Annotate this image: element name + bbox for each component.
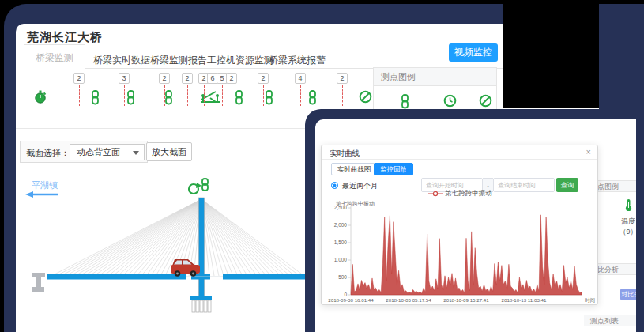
section-select-dropdown[interactable]: 动态背立面 (70, 144, 145, 160)
sensor-marker-line (222, 85, 223, 106)
svg-text:2018-09-30 16:01:44: 2018-09-30 16:01:44 (328, 297, 374, 303)
legend-marker-icon (428, 191, 443, 197)
bg-temperature-item[interactable]: 温度 （9） (619, 198, 636, 237)
link-icon[interactable] (307, 90, 318, 108)
enlarge-section-button[interactable]: 放大截面 (146, 142, 192, 161)
left-pier (32, 273, 45, 292)
bridge-schematic: 平湖镇 (16, 175, 308, 332)
clock-icon (443, 94, 457, 111)
sensor-count-badge: 2 (73, 73, 85, 84)
link-icon[interactable] (126, 90, 136, 108)
svg-text:1,000: 1,000 (334, 257, 348, 262)
close-icon[interactable]: × (586, 147, 591, 157)
chart-legend[interactable]: 第七跨跨中振动 (322, 189, 599, 198)
tab-realtime-curve[interactable]: 实时曲线图 (331, 163, 378, 175)
sensor-count-badge: 2 (337, 73, 348, 84)
chevron-down-icon (133, 151, 139, 155)
sensor-count-badge: 2 (159, 73, 170, 84)
sensor-marker-line (232, 85, 232, 106)
dialog-header: 实时曲线 × (322, 145, 597, 160)
svg-text:2,000: 2,000 (334, 222, 348, 228)
sensor-count-badge: 2 (226, 73, 237, 84)
tab-bridge-monitoring[interactable]: 桥梁监测 (24, 44, 85, 70)
ban-icon[interactable] (359, 90, 372, 107)
stopwatch-icon[interactable] (34, 90, 47, 108)
sensor-count-badge: 2 (182, 73, 193, 84)
section-select-label: 截面选择： (26, 147, 70, 159)
sensor-marker-line (124, 85, 125, 106)
link-icon[interactable] (234, 90, 244, 108)
svg-text:1,500: 1,500 (334, 240, 348, 245)
bridge-side-label: 平湖镇 (32, 180, 58, 190)
bridge-pylon (199, 198, 205, 297)
tab-monitor-playback[interactable]: 监控回放 (374, 163, 413, 175)
car (171, 259, 200, 277)
tab-system-alarm[interactable]: 桥梁系统报警 (261, 49, 333, 72)
link-icon[interactable] (164, 90, 174, 108)
page-title: 芜湖长江大桥 (27, 30, 103, 45)
sensor-marker-line (213, 85, 213, 106)
thermometer-icon (623, 198, 634, 212)
sensor-strip: 23222652242 (16, 73, 379, 111)
black-window (503, 0, 599, 108)
compare-analysis-button[interactable]: 对比分析 (620, 289, 636, 300)
point-legend-header: 测点图例 (373, 67, 497, 86)
temperature-label: 温度 (619, 217, 636, 227)
sensor-count-badge: 4 (295, 73, 306, 84)
temperature-count: （9） (619, 227, 636, 237)
overlay-window-frame: 测点图例 温度 （9） 对比分析 对比分析 测点列表 实时曲线 × 实时曲线图 (305, 109, 644, 332)
video-monitor-button[interactable]: 视频监控 (449, 43, 498, 62)
sensor-marker-line (204, 85, 205, 106)
svg-text:时间: 时间 (585, 297, 595, 304)
sensor-marker-line (342, 85, 343, 106)
section-select-value: 动态背立面 (77, 147, 120, 157)
legend-label: 第七跨跨中振动 (445, 189, 492, 197)
bg-point-list-header: 测点列表 (584, 315, 636, 326)
vibration-chart: 第七跨跨中振动05001,0001,5002,0002,5002018-09-3… (325, 199, 596, 304)
svg-text:2018-10-09 15:27:41: 2018-10-09 15:27:41 (443, 297, 489, 303)
left-arrow-icon (25, 191, 58, 198)
link-icon[interactable] (90, 90, 100, 108)
sensor-count-badge: 3 (119, 73, 130, 84)
screen: 芜湖长江大桥 桥梁监测 桥梁实时数据 桥梁监测报告 工控机资源监测 桥梁系统报警… (0, 0, 644, 332)
dialog-title: 实时曲线 (330, 149, 360, 159)
sensor-count-badge: 2 (258, 73, 269, 84)
sensor-marker-line (300, 85, 301, 106)
sensor-marker-line (79, 85, 80, 106)
overlay-window-page: 测点图例 温度 （9） 对比分析 对比分析 测点列表 实时曲线 × 实时曲线图 (315, 119, 636, 332)
pylon-piles (192, 300, 211, 312)
pylon-cap (190, 296, 212, 300)
link-icon[interactable] (264, 90, 274, 108)
link-icon[interactable] (202, 179, 208, 191)
svg-text:500: 500 (338, 274, 347, 280)
gauge-icon[interactable] (200, 90, 220, 108)
realtime-curve-dialog: 实时曲线 × 实时曲线图 监控回放 最近两个月 - 查询 第七跨跨中振动 第 (321, 145, 598, 305)
section-select-group: 截面选择： 动态背立面 (20, 141, 148, 163)
svg-text:2,500: 2,500 (334, 205, 348, 210)
svg-text:2018-10-05 05:17:54: 2018-10-05 05:17:54 (386, 297, 431, 303)
svg-text:2018-10-13 11:03:41: 2018-10-13 11:03:41 (502, 297, 548, 303)
refresh-icon[interactable] (189, 183, 201, 194)
ban-icon (479, 94, 492, 111)
sensor-marker-line (187, 85, 188, 106)
last-two-months-radio[interactable] (331, 182, 338, 189)
